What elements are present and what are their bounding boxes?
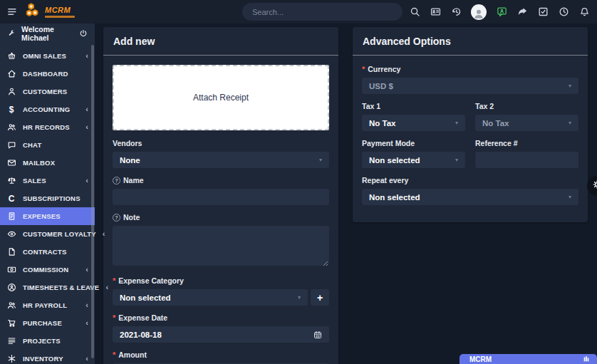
sidebar-item-label: DASHBOARD: [23, 70, 88, 78]
expense-category-field: * Expense Category Non selected ▾ +: [113, 276, 329, 306]
menu-icon[interactable]: [0, 6, 24, 17]
repeat-every-value: Non selected: [369, 193, 569, 202]
sidebar-item-customer-loyalty[interactable]: CUSTOMER LOYALTY‹: [0, 225, 95, 243]
advanced-options-header: Advanced Options: [353, 27, 588, 56]
required-asterisk: *: [362, 65, 365, 73]
currency-value: USD $: [369, 82, 569, 90]
sidebar-item-sales[interactable]: SALES‹: [0, 172, 95, 189]
expense-category-label: * Expense Category: [113, 276, 329, 285]
vendors-select[interactable]: None ▾: [113, 152, 329, 168]
reference-label: Reference #: [475, 139, 578, 147]
attach-receipt-dropzone[interactable]: Attach Receipt: [113, 65, 329, 130]
help-icon: ?: [113, 214, 120, 222]
add-new-card: Add new Attach Receipt Vendors None ▾: [103, 27, 338, 364]
sidebar-item-label: OMNI SALES: [23, 52, 79, 60]
calendar-icon[interactable]: [313, 331, 322, 339]
clock-icon[interactable]: [558, 6, 569, 18]
required-asterisk: *: [113, 313, 115, 322]
reference-input[interactable]: [482, 156, 571, 165]
advanced-options-card: Advanced Options * Currency USD $ ▾ Tax …: [353, 27, 588, 222]
eye-icon: [6, 229, 16, 239]
add-new-card-header: Add new: [103, 27, 338, 56]
sidebar-scrollbar[interactable]: [91, 45, 94, 358]
home-icon: [6, 69, 16, 79]
sidebar-item-commission[interactable]: COMMISSION‹: [0, 261, 95, 279]
chevron-down-icon: ▾: [455, 120, 458, 126]
sidebar-item-label: SUBSCRIPTIONS: [23, 194, 88, 202]
user-icon: [6, 87, 16, 97]
reference-field: Reference #: [475, 139, 578, 168]
logo-text: MCRM: [45, 6, 75, 14]
sidebar-item-purchase[interactable]: PURCHASE‹: [0, 314, 95, 332]
sidebar-item-label: CONTRACTS: [23, 248, 88, 256]
payment-mode-select[interactable]: Non selected ▾: [362, 152, 465, 168]
person-clock-icon: [6, 283, 16, 293]
add-category-button[interactable]: +: [311, 289, 329, 306]
sidebar-item-omni-sales[interactable]: OMNI SALES‹: [0, 47, 95, 65]
tax2-select[interactable]: No Tax ▾: [475, 115, 578, 131]
sidebar-item-label: CHAT: [23, 141, 88, 149]
sidebar-item-customers[interactable]: CUSTOMERS: [0, 83, 95, 100]
chevron-left-icon: ‹: [105, 284, 108, 291]
scales-icon: [6, 176, 16, 186]
tasks-icon[interactable]: [537, 6, 549, 18]
chevron-down-icon: ▾: [319, 157, 322, 163]
expense-category-select[interactable]: Non selected ▾: [113, 289, 308, 306]
bell-icon[interactable]: [578, 6, 590, 18]
message-icon[interactable]: [496, 6, 507, 18]
attach-receipt-label: Attach Receipt: [193, 93, 249, 103]
sidebar-item-label: EXPENSES: [23, 212, 88, 220]
sidebar-item-label: CUSTOMER LOYALTY: [23, 230, 96, 238]
sidebar-item-chat[interactable]: CHAT: [0, 136, 95, 154]
hexagon-logo-icon: [24, 1, 43, 23]
sidebar-item-label: PROJECTS: [23, 337, 88, 345]
sidebar-item-inventory[interactable]: INVENTORY‹: [0, 350, 95, 364]
chat-widget-bar[interactable]: MCRM: [460, 354, 597, 364]
tax1-select[interactable]: No Tax ▾: [362, 115, 465, 131]
sidebar-item-mailbox[interactable]: MAILBOX: [0, 154, 95, 172]
app-logo[interactable]: MCRM: [24, 1, 75, 23]
sidebar-item-hr-payroll[interactable]: HR PAYROLL‹: [0, 296, 95, 314]
asterisk-icon: [6, 354, 16, 364]
chevron-down-icon: ▾: [569, 194, 571, 200]
vendors-value: None: [120, 156, 319, 165]
sidebar-item-contracts[interactable]: CONTRACTS: [0, 243, 95, 261]
refresh-icon: C: [6, 194, 16, 204]
topbar: MCRM: [0, 0, 597, 24]
sidebar-item-expenses[interactable]: EXPENSES: [0, 207, 95, 225]
sidebar-item-timesheets-leave[interactable]: TIMESHEETS & LEAVE‹: [0, 279, 95, 296]
history-icon[interactable]: [450, 6, 462, 18]
sidebar-item-subscriptions[interactable]: CSUBSCRIPTIONS: [0, 189, 95, 207]
expense-date-field: * Expense Date: [113, 313, 329, 343]
id-card-icon[interactable]: [430, 6, 441, 18]
search-bar[interactable]: [242, 3, 403, 21]
power-icon[interactable]: [79, 29, 88, 38]
amount-label: * Amount: [113, 350, 329, 359]
required-asterisk: *: [113, 276, 115, 285]
basket-icon: [6, 51, 16, 61]
forward-icon[interactable]: [516, 6, 528, 18]
dollar-icon: $: [6, 105, 16, 115]
money-icon: [6, 265, 16, 275]
avatar[interactable]: [471, 4, 487, 20]
repeat-every-select[interactable]: Non selected ▾: [362, 189, 578, 205]
currency-select[interactable]: USD $ ▾: [362, 78, 578, 94]
chevron-left-icon: ‹: [85, 52, 88, 60]
sidebar-item-label: SALES: [23, 177, 79, 184]
name-label: ? Name: [113, 176, 329, 184]
note-textarea[interactable]: [113, 226, 329, 266]
sidebar-item-accounting[interactable]: $ACCOUNTING‹: [0, 100, 95, 118]
sidebar-item-hr-records[interactable]: HR RECORDS‹: [0, 118, 95, 136]
users-icon: [6, 123, 16, 132]
sidebar-item-dashboard[interactable]: DASHBOARD: [0, 65, 95, 83]
search-icon[interactable]: [409, 6, 420, 18]
sidebar-item-label: ACCOUNTING: [23, 105, 79, 113]
sidebar-item-projects[interactable]: PROJECTS: [0, 332, 95, 350]
expense-date-input[interactable]: [120, 331, 313, 339]
sidebar-item-label: HR PAYROLL: [23, 301, 79, 309]
expense-date-input-wrap: [113, 326, 329, 343]
name-input[interactable]: [120, 193, 322, 202]
main-content: Add new Attach Receipt Vendors None ▾: [95, 24, 597, 364]
search-input[interactable]: [252, 8, 393, 16]
gear-icon: [592, 180, 597, 192]
